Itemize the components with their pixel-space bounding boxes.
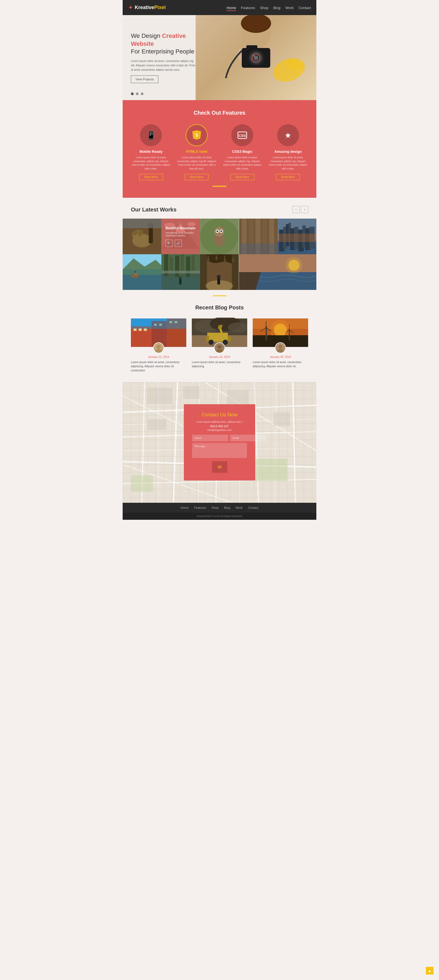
work-item-8[interactable] xyxy=(200,254,239,290)
blog-post-2: January 10, 2014 Lorem ipsum dolor sit a… xyxy=(192,318,247,372)
work-item-4[interactable] xyxy=(239,219,278,254)
svg-rect-171 xyxy=(183,386,199,399)
blog-avatar-2 xyxy=(214,342,225,353)
work-photo-owl xyxy=(200,219,239,254)
contact-address: Lorem ipsum address line1, address line … xyxy=(192,420,247,424)
feature-css3-title: CSS3 Magic xyxy=(232,150,253,154)
feature-design-btn[interactable]: Read More xyxy=(276,174,300,180)
feature-mobile-icon-circle: 📱 xyxy=(140,124,162,146)
svg-rect-176 xyxy=(274,412,290,426)
work-item-3[interactable] xyxy=(200,219,239,254)
work-overlay: Beatiful Mountain Something more beautif… xyxy=(161,219,200,254)
feature-html5-icon-circle: 5 xyxy=(186,124,208,146)
blog-date-3: January 09, 2014 xyxy=(253,355,308,358)
footer-nav-work[interactable]: Work xyxy=(236,506,243,509)
svg-rect-121 xyxy=(228,336,231,342)
work-link-icon[interactable]: 🔗 xyxy=(175,240,182,247)
view-projects-button[interactable]: View Projects xyxy=(131,75,158,83)
mobile-icon: 📱 xyxy=(146,131,156,140)
logo-text: KreativePixel xyxy=(135,5,166,10)
svg-text:5: 5 xyxy=(196,133,198,138)
contact-email-input[interactable] xyxy=(230,435,266,441)
blog-post-3: January 09, 2014 Lorem ipsum dolor sit a… xyxy=(253,318,308,372)
navbar: ✦ KreativePixel Home Features Shop Blog … xyxy=(122,0,317,15)
work-item-1[interactable] xyxy=(122,219,161,254)
blog-avatar-2-img xyxy=(215,342,224,353)
hero-section: We Design Creative Website For Enterpris… xyxy=(122,15,317,100)
hero-title-line2: For Enterprising People xyxy=(131,48,194,55)
blog-avatar-1-wrap xyxy=(131,342,186,353)
features-grid: 📱 Mobile Ready Lorem ipsum dolor sit ame… xyxy=(131,124,308,180)
svg-point-96 xyxy=(286,257,302,274)
footer-nav-shop[interactable]: Shop xyxy=(212,506,219,509)
feature-design-title: Amazing design xyxy=(274,150,302,154)
contact-message-input[interactable] xyxy=(192,443,247,458)
html5-icon: 5 xyxy=(191,129,203,141)
blog-text-3: Lorem ipsum dolor sit amet, consectetur … xyxy=(253,360,308,368)
svg-rect-120 xyxy=(206,336,209,342)
work-photo-cave xyxy=(200,254,239,290)
feature-html5-title: HTML5 Valid xyxy=(186,150,207,154)
works-next-button[interactable]: › xyxy=(301,206,308,213)
work-search-icon[interactable]: 🔍 xyxy=(165,240,173,247)
svg-rect-23 xyxy=(122,219,161,228)
works-header: Our Latest Works ‹ › xyxy=(122,206,317,219)
blog-avatar-3-img xyxy=(275,342,285,353)
nav-blog[interactable]: Blog xyxy=(273,6,280,10)
footer: Home Features Shop Blog Work Contact Kre… xyxy=(122,503,317,520)
feature-mobile-btn[interactable]: Read More xyxy=(139,174,163,180)
nav-contact[interactable]: Contact xyxy=(299,6,311,10)
svg-rect-173 xyxy=(147,419,167,430)
work-item-5[interactable] xyxy=(278,219,317,254)
features-title: Check Out Features xyxy=(131,110,308,116)
nav-features[interactable]: Features xyxy=(241,6,255,10)
svg-rect-169 xyxy=(131,475,153,492)
hero-title: We Design Creative Website For Enterpris… xyxy=(131,32,197,56)
feature-css3: CSS CSS3 Magic Lorem ipsum dolor sit ame… xyxy=(222,124,262,180)
feature-mobile: 📱 Mobile Ready Lorem ipsum dolor sit ame… xyxy=(131,124,171,180)
hero-dot-1[interactable] xyxy=(131,92,134,95)
feature-mobile-desc: Lorem ipsum dolor sit amet, consectetur … xyxy=(131,156,171,170)
hero-dot-3[interactable] xyxy=(141,92,143,95)
work-item-7[interactable] xyxy=(161,254,200,290)
nav-home[interactable]: Home xyxy=(227,6,236,11)
nav-work[interactable]: Work xyxy=(285,6,294,10)
footer-nav-blog[interactable]: Blog xyxy=(224,506,230,509)
blog-date-2: January 10, 2014 xyxy=(192,355,247,358)
feature-design-icon-circle: ★ xyxy=(277,124,299,146)
svg-point-85 xyxy=(217,275,221,278)
work-item-9[interactable] xyxy=(239,254,317,290)
footer-nav-contact[interactable]: Contact xyxy=(248,506,258,509)
svg-rect-77 xyxy=(161,271,200,274)
blog-section: Recent Blog Posts xyxy=(122,302,317,382)
contact-name-input[interactable] xyxy=(192,435,228,441)
work-item-2[interactable]: Beatiful Mountain Something more beautif… xyxy=(161,219,200,254)
work-overlay-desc: Something more beautiful mountains photo… xyxy=(165,231,196,237)
footer-nav-features[interactable]: Features xyxy=(194,506,206,509)
nav-shop[interactable]: Shop xyxy=(260,6,268,10)
feature-css3-icon-circle: CSS xyxy=(231,124,253,146)
contact-submit-button[interactable]: ✉ xyxy=(212,461,227,473)
svg-rect-3 xyxy=(247,45,258,50)
hero-description: Lorem ipsum dolor sit amet, consectetur … xyxy=(131,59,197,72)
svg-rect-81 xyxy=(200,254,207,290)
svg-rect-172 xyxy=(227,390,249,404)
works-prev-button[interactable]: ‹ xyxy=(293,206,300,213)
svg-rect-61 xyxy=(278,234,317,242)
features-title-bold: Features xyxy=(223,110,245,116)
svg-rect-109 xyxy=(131,318,186,329)
blog-avatar-3 xyxy=(275,342,286,353)
feature-design-desc: Lorem ipsum dolor sit amet, consectetur … xyxy=(268,156,309,170)
logo: ✦ KreativePixel xyxy=(128,4,166,11)
footer-nav-home[interactable]: Home xyxy=(181,506,188,509)
css3-icon: CSS xyxy=(236,129,248,141)
feature-css3-btn[interactable]: Read More xyxy=(231,174,254,180)
svg-point-147 xyxy=(278,345,282,348)
works-title: Our Latest Works xyxy=(131,207,177,213)
hero-dot-2[interactable] xyxy=(136,92,138,95)
feature-html5-btn[interactable]: Read More xyxy=(185,174,208,180)
svg-rect-142 xyxy=(289,329,290,340)
svg-rect-92 xyxy=(239,254,317,272)
svg-line-154 xyxy=(142,382,145,503)
work-item-6[interactable] xyxy=(122,254,161,290)
